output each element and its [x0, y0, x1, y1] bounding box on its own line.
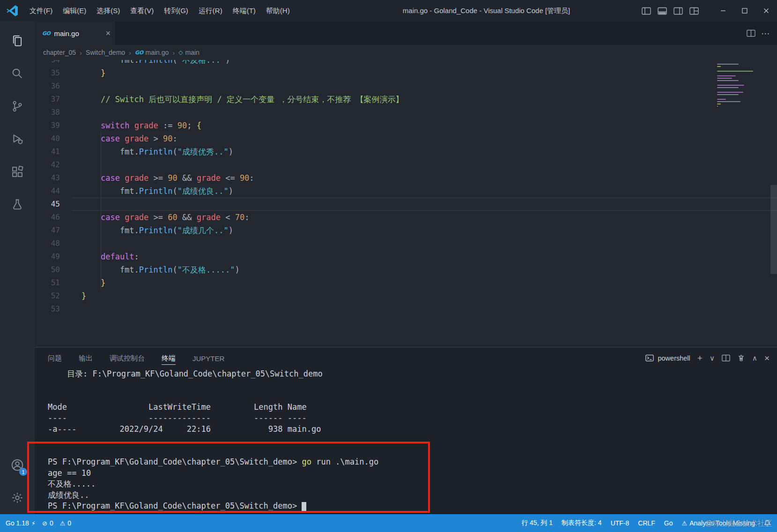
status-encoding[interactable]: UTF-8 — [611, 519, 629, 527]
breadcrumb-item[interactable]: ◇main — [178, 49, 200, 56]
code-line[interactable]: 34 fmt.Println("不及格...") — [35, 60, 777, 66]
terminal-line[interactable] — [48, 380, 777, 391]
code-line[interactable]: 40 case grade > 90: — [35, 132, 777, 145]
code-line[interactable]: 45 — [35, 198, 777, 211]
toggle-sidebar-right-icon[interactable] — [670, 0, 686, 22]
tab-bar: GO main.go × ⋯ — [35, 22, 777, 45]
status-go-version[interactable]: Go 1.18⚡ — [6, 519, 36, 527]
tab-main-go[interactable]: GO main.go × — [35, 22, 115, 45]
extensions-icon[interactable] — [0, 155, 35, 188]
terminal-line[interactable]: age == 10 — [48, 468, 777, 479]
terminal-line[interactable]: PS F:\Program_KF\Goland_Code\chapter_05\… — [48, 501, 777, 512]
breadcrumb-item[interactable]: chapter_05 — [43, 49, 76, 56]
menu-item[interactable]: 终端(T) — [228, 0, 261, 22]
status-analysis-tools[interactable]: ⚠Analysis Tools Missing — [682, 519, 755, 527]
editor-scrollbar[interactable] — [770, 185, 777, 274]
code-line[interactable]: 49 default: — [35, 250, 777, 263]
menu-item[interactable]: 选择(S) — [91, 0, 125, 22]
code-text — [72, 106, 777, 119]
toggle-sidebar-left-icon[interactable] — [638, 0, 654, 22]
code-line[interactable]: 36 — [35, 80, 777, 93]
code-line[interactable]: 43 case grade >= 90 && grade <= 90: — [35, 171, 777, 185]
more-actions-icon[interactable]: ⋯ — [761, 28, 770, 39]
terminal-line[interactable]: Mode LastWriteTime Length Name — [48, 402, 777, 413]
menu-item[interactable]: 文件(F) — [24, 0, 58, 22]
tab-label: main.go — [54, 30, 79, 37]
menu-item[interactable]: 编辑(E) — [58, 0, 91, 22]
panel-tab[interactable]: JUPYTER — [192, 352, 224, 364]
terminal-line[interactable]: PS F:\Program_KF\Goland_Code\chapter_05\… — [48, 457, 777, 468]
terminal-output[interactable]: 目录: F:\Program_KF\Goland_Code\chapter_05… — [35, 369, 777, 514]
line-number: 46 — [35, 211, 72, 224]
shell-selector[interactable]: powershell — [645, 355, 690, 362]
terminal-line[interactable]: -a---- 2022/9/24 22:16 938 main.go — [48, 424, 777, 435]
terminal-line[interactable] — [48, 391, 777, 402]
breadcrumb-item[interactable]: GOmain.go — [135, 49, 169, 56]
minimize-button[interactable] — [712, 0, 734, 22]
menu-item[interactable]: 转到(G) — [159, 0, 193, 22]
warning-triangle-icon: ⚠ — [682, 520, 688, 527]
minimap[interactable] — [717, 63, 770, 111]
code-line[interactable]: 46 case grade >= 60 && grade < 70: — [35, 211, 777, 224]
toggle-panel-icon[interactable] — [654, 0, 670, 22]
source-control-icon[interactable] — [0, 90, 35, 123]
code-line[interactable]: 44 fmt.Println("成绩优良..") — [35, 185, 777, 198]
run-debug-icon[interactable] — [0, 123, 35, 155]
code-line[interactable]: 52} — [35, 289, 777, 303]
maximize-button[interactable] — [734, 0, 755, 22]
terminal-line[interactable]: 不及格..... — [48, 479, 777, 490]
code-line[interactable]: 39 switch grade := 90; { — [35, 119, 777, 132]
settings-gear-icon[interactable] — [0, 481, 35, 514]
code-line[interactable]: 35 } — [35, 66, 777, 80]
code-editor[interactable]: 34 fmt.Println("不及格...")35 }36 37 // Swi… — [35, 60, 777, 347]
search-icon[interactable] — [0, 57, 35, 90]
explorer-icon[interactable] — [0, 24, 35, 57]
menu-item[interactable]: 帮助(H) — [261, 0, 295, 22]
terminal-line[interactable]: ---- ------------- ------ ---- — [48, 413, 777, 424]
code-line[interactable]: 50 fmt.Println("不及格.....") — [35, 263, 777, 276]
code-line[interactable]: 51 } — [35, 276, 777, 289]
status-problems-warnings[interactable]: ⚠0 — [60, 519, 71, 527]
terminal-line[interactable] — [48, 446, 777, 457]
line-number: 53 — [35, 303, 72, 316]
menu-item[interactable]: 运行(R) — [193, 0, 228, 22]
breadcrumb-item[interactable]: Switch_demo — [86, 49, 125, 56]
code-line[interactable]: 41 fmt.Println("成绩优秀..") — [35, 145, 777, 158]
split-terminal-icon[interactable] — [722, 355, 730, 362]
status-language-mode[interactable]: Go — [664, 519, 673, 527]
status-cursor-position[interactable]: 行 45, 列 1 — [521, 519, 553, 527]
terminal-line[interactable]: 目录: F:\Program_KF\Goland_Code\chapter_05… — [48, 369, 777, 380]
code-line[interactable]: 47 fmt.Println("成绩几个..") — [35, 224, 777, 237]
panel-tab[interactable]: 终端 — [162, 352, 176, 365]
maximize-panel-icon[interactable]: ∧ — [752, 354, 757, 362]
menu-item[interactable]: 查看(V) — [125, 0, 159, 22]
new-terminal-icon[interactable]: + — [697, 353, 703, 363]
panel-tab[interactable]: 问题 — [48, 352, 62, 364]
code-line[interactable]: 37 // Switch 后也可以直接声明 / 定义一个变量 ，分号结束，不推荐… — [35, 93, 777, 106]
panel-tab[interactable]: 调试控制台 — [110, 352, 145, 364]
split-editor-icon[interactable] — [747, 30, 755, 37]
code-line[interactable]: 38 — [35, 106, 777, 119]
panel-tab[interactable]: 输出 — [79, 352, 93, 364]
status-eol[interactable]: CRLF — [638, 519, 655, 527]
terminal-line[interactable]: 成绩优良.. — [48, 490, 777, 501]
status-problems-errors[interactable]: ⊘0 — [42, 519, 53, 527]
code-line[interactable]: 42 — [35, 158, 777, 171]
account-icon[interactable]: 1 — [0, 449, 35, 481]
close-panel-icon[interactable]: × — [764, 353, 770, 363]
testing-icon[interactable] — [0, 188, 35, 221]
code-text: fmt.Println("成绩优秀..") — [72, 145, 777, 158]
notifications-bell-icon[interactable] — [763, 519, 771, 527]
line-number: 35 — [35, 66, 72, 80]
kill-terminal-icon[interactable] — [737, 354, 745, 362]
warning-triangle-icon: ⚠ — [60, 520, 66, 527]
tab-close-icon[interactable]: × — [105, 29, 111, 37]
customize-layout-icon[interactable] — [686, 0, 702, 22]
status-tab-size[interactable]: 制表符长度: 4 — [562, 519, 602, 527]
chevron-down-icon[interactable]: ∨ — [710, 354, 715, 362]
line-number: 49 — [35, 250, 72, 263]
code-line[interactable]: 53 — [35, 303, 777, 316]
close-window-button[interactable] — [755, 0, 777, 22]
terminal-line[interactable] — [48, 435, 777, 446]
code-line[interactable]: 48 — [35, 237, 777, 250]
